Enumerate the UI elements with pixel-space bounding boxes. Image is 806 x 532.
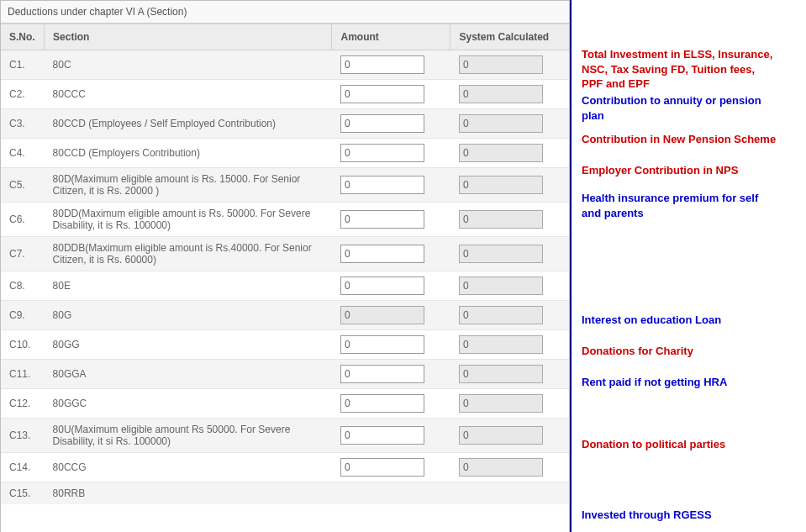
amount-input[interactable] — [340, 245, 424, 263]
cell-amount — [332, 237, 450, 271]
annotation-text: Employer Contribution in NPS — [575, 163, 738, 178]
cell-syscalc — [450, 330, 569, 360]
cell-sno: C9. — [1, 301, 45, 330]
annotation-text: Donations for Charity — [575, 344, 693, 359]
table-row: C4.80CCD (Employers Contribution) — [1, 139, 569, 168]
cell-section: 80U(Maximum eligible amount Rs 50000. Fo… — [45, 419, 332, 453]
cell-sno: C5. — [1, 168, 45, 203]
deductions-panel: Deductions under chapter VI A (Section) … — [0, 0, 570, 532]
cell-amount — [332, 482, 450, 505]
syscalc-input — [459, 277, 543, 295]
amount-input[interactable] — [340, 365, 424, 383]
annotation-text: Interest on education Loan — [575, 313, 721, 328]
syscalc-input — [459, 85, 543, 103]
annotation-row: Contribution in New Pension Scheme — [575, 124, 806, 155]
amount-input[interactable] — [340, 426, 424, 445]
amount-input[interactable] — [340, 277, 424, 295]
cell-sno: C13. — [1, 419, 45, 453]
amount-input[interactable] — [340, 176, 424, 194]
annotation-row: Interest on education Loan — [575, 304, 806, 335]
amount-input[interactable] — [340, 85, 424, 103]
annotation-text: Rent paid if not getting HRA — [575, 375, 727, 390]
table-row: C13.80U(Maximum eligible amount Rs 50000… — [1, 419, 569, 453]
annotation-row: Health insurance premium for self and pa… — [575, 186, 806, 225]
cell-syscalc — [450, 419, 569, 453]
cell-section: 80C — [45, 50, 332, 80]
table-row: C11.80GGA — [1, 360, 569, 389]
table-row: C6.80DD(Maximum eligible amount is Rs. 5… — [1, 203, 569, 237]
syscalc-input — [459, 55, 543, 74]
cell-amount — [332, 271, 450, 301]
cell-section: 80CCG — [45, 453, 332, 482]
cell-amount — [332, 80, 450, 109]
cell-section: 80DDB(Maximum eligible amount is Rs.4000… — [45, 237, 332, 271]
cell-sno: C6. — [1, 203, 45, 237]
cell-sno: C8. — [1, 271, 45, 301]
table-row: C2.80CCC — [1, 80, 569, 109]
cell-sno: C1. — [1, 50, 45, 80]
cell-syscalc — [450, 80, 569, 109]
annotation-text: Health insurance premium for self and pa… — [575, 191, 758, 220]
syscalc-input — [459, 335, 543, 354]
annotation-row — [575, 265, 806, 304]
table-row: C12.80GGC — [1, 389, 569, 419]
syscalc-input — [459, 394, 543, 413]
amount-input[interactable] — [340, 55, 424, 74]
cell-syscalc — [450, 139, 569, 168]
cell-syscalc — [450, 271, 569, 301]
syscalc-input — [459, 306, 543, 324]
amount-input[interactable] — [340, 144, 424, 162]
syscalc-input — [459, 210, 543, 229]
cell-sno: C2. — [1, 80, 45, 109]
table-row: C7.80DDB(Maximum eligible amount is Rs.4… — [1, 237, 569, 271]
annotation-row: Donation to political parties — [575, 429, 806, 460]
table-row: C14.80CCG — [1, 453, 569, 482]
table-row: C1.80C — [1, 50, 569, 80]
cell-syscalc — [450, 389, 569, 419]
annotation-text: Invested through RGESS — [575, 508, 712, 523]
cell-section: 80RRB — [45, 482, 332, 505]
cell-section: 80CCD (Employees / Self Employed Contrib… — [45, 109, 332, 139]
annotation-row: Rent paid if not getting HRA — [575, 366, 806, 398]
deductions-table: S.No. Section Amount System Calculated C… — [1, 24, 569, 504]
cell-amount — [332, 419, 450, 453]
amount-input[interactable] — [340, 458, 424, 477]
annotations-panel: Total Investment in ELSS, Insurance, NSC… — [570, 0, 806, 532]
cell-syscalc — [450, 168, 569, 203]
syscalc-input — [459, 114, 543, 133]
cell-amount — [332, 330, 450, 360]
syscalc-input — [459, 426, 543, 445]
syscalc-input — [459, 176, 543, 194]
annotation-row: Total Investment in ELSS, Insurance, NSC… — [575, 46, 806, 92]
cell-syscalc — [450, 482, 569, 505]
amount-input[interactable] — [340, 335, 424, 354]
cell-amount — [332, 139, 450, 168]
cell-syscalc — [450, 301, 569, 330]
annotation-text: Contribution in New Pension Scheme — [575, 132, 776, 147]
cell-amount — [332, 109, 450, 139]
cell-section: 80GGC — [45, 389, 332, 419]
cell-sno: C11. — [1, 360, 45, 389]
cell-section: 80D(Maximum eligible amount is Rs. 15000… — [45, 168, 332, 203]
table-row: C15.80RRB — [1, 482, 569, 505]
cell-sno: C7. — [1, 237, 45, 271]
cell-amount — [332, 50, 450, 80]
cell-amount — [332, 203, 450, 237]
header-section: Section — [45, 24, 332, 50]
syscalc-input — [459, 245, 543, 263]
header-amount: Amount — [332, 24, 450, 50]
annotation-row: Invested through RGESS — [575, 499, 806, 530]
cell-amount — [332, 168, 450, 203]
table-row: C10.80GG — [1, 330, 569, 360]
cell-sno: C12. — [1, 389, 45, 419]
amount-input[interactable] — [340, 394, 424, 413]
annotation-text: Donation to political parties — [575, 437, 725, 452]
syscalc-input — [459, 365, 543, 383]
annotation-row — [575, 398, 806, 429]
amount-input[interactable] — [340, 210, 424, 229]
cell-sno: C15. — [1, 482, 45, 505]
header-sno: S.No. — [1, 24, 45, 50]
table-row: C9.80G — [1, 301, 569, 330]
cell-amount — [332, 360, 450, 389]
amount-input[interactable] — [340, 114, 424, 133]
